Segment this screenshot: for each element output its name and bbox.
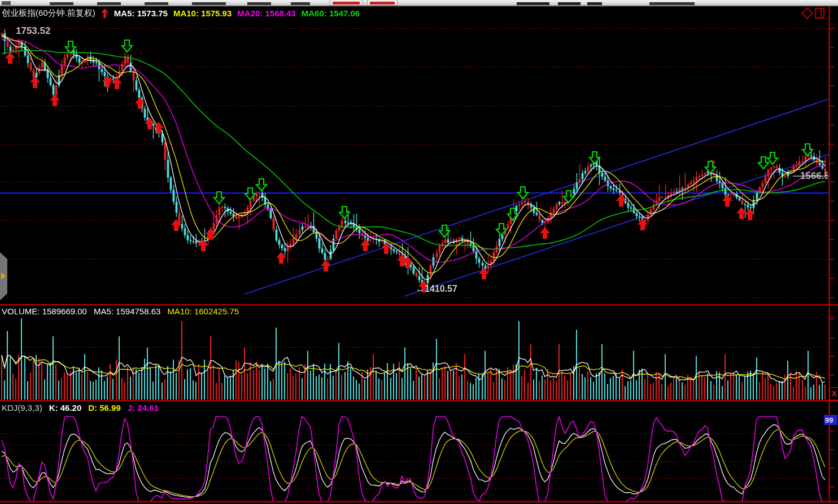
chart-title: 创业板指(60分钟.前复权) bbox=[2, 8, 95, 19]
period-high-label: 1753.52 bbox=[16, 25, 50, 37]
menu-button-red[interactable] bbox=[330, 0, 363, 6]
period-low-value: 1410.57 bbox=[425, 284, 457, 293]
ma5-value: MA5: 1573.75 bbox=[114, 8, 168, 18]
ma10-value: MA10: 1575.93 bbox=[173, 8, 232, 18]
trading-terminal-window: 创业板指(60分钟.前复权) MA5: 1573.75 MA10: 1575.9… bbox=[0, 0, 838, 504]
ma20-value: MA20: 1568.43 bbox=[237, 8, 295, 18]
last-price-label: 1566.5 bbox=[800, 170, 828, 182]
menu-text-fragment bbox=[517, 2, 549, 5]
kdj-d-value: D: 56.99 bbox=[88, 403, 121, 413]
kdj-axis-value-box: 99 bbox=[824, 415, 837, 425]
ma60-value: MA60: 1547.06 bbox=[302, 8, 360, 18]
restore-panel-icon[interactable] bbox=[815, 8, 824, 19]
menu-text-fragment bbox=[192, 2, 226, 5]
menu-text-fragment bbox=[291, 2, 310, 5]
menu-text-fragment bbox=[558, 2, 581, 5]
menu-text-fragment bbox=[97, 2, 121, 5]
volume-header: VOLUME: 1589669.00 MA5: 1594758.63 MA10:… bbox=[2, 306, 239, 317]
diamond-icon[interactable] bbox=[801, 7, 813, 19]
kdj-k-value: K: 46.20 bbox=[49, 403, 82, 413]
up-arrow-icon bbox=[101, 8, 108, 18]
menu-text-fragment bbox=[247, 2, 271, 5]
main-chart-header: 创业板指(60分钟.前复权) MA5: 1573.75 MA10: 1575.9… bbox=[2, 7, 360, 19]
app-icon bbox=[2, 1, 11, 5]
kdj-indicator-name: KDJ(9,3,3) bbox=[2, 403, 42, 413]
chart-canvas[interactable] bbox=[0, 0, 838, 504]
kdj-header: KDJ(9,3,3) K: 46.20 D: 56.99 J: 24.61 bbox=[2, 402, 159, 413]
kdj-j-value: J: 24.61 bbox=[128, 403, 159, 413]
menu-text-fragment bbox=[649, 2, 695, 5]
indicator-close-button[interactable]: X bbox=[830, 387, 838, 400]
menu-text-fragment bbox=[50, 2, 73, 5]
menu-text-fragment bbox=[587, 2, 602, 5]
menu-text-fragment bbox=[145, 2, 168, 5]
period-low-label: ←1410.57 bbox=[416, 284, 457, 294]
left-arrow-icon: ← bbox=[416, 284, 425, 293]
sidebar-expand-tab[interactable] bbox=[0, 252, 7, 300]
volume-ma5-value: MA5: 1594758.63 bbox=[94, 306, 160, 316]
volume-ma10-value: MA10: 1602425.75 bbox=[167, 306, 239, 316]
menu-bar[interactable] bbox=[0, 0, 838, 7]
volume-value: VOLUME: 1589669.00 bbox=[2, 306, 87, 316]
expand-arrow-icon bbox=[1, 273, 6, 279]
window-corner-controls bbox=[803, 8, 824, 19]
menu-button-red[interactable] bbox=[367, 0, 398, 6]
